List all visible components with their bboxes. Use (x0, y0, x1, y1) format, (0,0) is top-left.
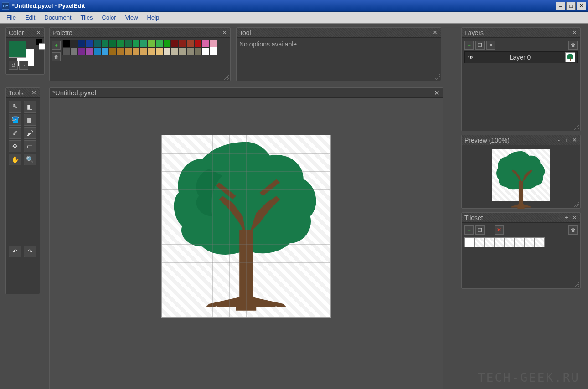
zoom-in-button[interactable]: + (563, 137, 570, 143)
palette-color[interactable] (194, 40, 202, 47)
palette-color[interactable] (148, 47, 155, 55)
delete-layer-button[interactable]: 🗑 (568, 41, 578, 50)
palette-color[interactable] (70, 40, 78, 47)
palette-color[interactable] (132, 47, 140, 55)
close-icon[interactable]: ✕ (432, 30, 438, 36)
menu-tiles[interactable]: Tiles (77, 13, 97, 22)
move-tool[interactable]: ✥ (9, 140, 21, 152)
hand-tool[interactable]: ✋ (9, 154, 21, 165)
palette-color[interactable] (155, 47, 163, 55)
add-color-button[interactable]: ＋ (52, 41, 61, 50)
palette-color[interactable] (202, 40, 210, 47)
palette-color[interactable] (179, 40, 186, 47)
close-icon[interactable]: ✕ (571, 137, 578, 143)
palette-color[interactable] (101, 47, 109, 55)
brush-tool[interactable]: 🖌 (24, 127, 36, 139)
add-tile-button[interactable]: ＋ (464, 225, 474, 235)
palette-color[interactable] (93, 40, 101, 47)
resize-grip[interactable] (574, 124, 579, 130)
palette-color[interactable] (62, 40, 70, 47)
tile-cell[interactable] (495, 237, 505, 247)
zoom-tool[interactable]: 🔍 (24, 154, 36, 165)
menu-file[interactable]: File (3, 13, 20, 22)
palette-color[interactable] (78, 40, 86, 47)
tile-cell[interactable] (475, 237, 485, 247)
close-icon[interactable]: ✕ (35, 30, 41, 36)
palette-color[interactable] (117, 40, 124, 47)
resize-grip[interactable] (434, 74, 440, 80)
swap-colors-button[interactable]: ↺ (9, 61, 18, 70)
clear-tile-button[interactable]: ✕ (495, 225, 504, 235)
undo-button[interactable]: ↶ (9, 246, 21, 257)
menu-view[interactable]: View (122, 13, 142, 22)
palette-color[interactable] (86, 47, 93, 55)
canvas[interactable] (162, 135, 330, 317)
tile-cell[interactable] (505, 237, 515, 247)
pencil-tool[interactable]: ✎ (9, 101, 21, 113)
palette-color[interactable] (124, 40, 132, 47)
menu-help[interactable]: Help (144, 13, 163, 22)
palette-color[interactable] (194, 47, 202, 55)
palette-color[interactable] (140, 47, 148, 55)
menu-document[interactable]: Document (41, 13, 75, 22)
close-icon[interactable]: ✕ (31, 90, 37, 96)
tile-cell[interactable] (535, 237, 545, 247)
tile-place-tool[interactable]: ▭ (24, 140, 36, 152)
zoom-out-button[interactable]: - (556, 215, 562, 221)
palette-color[interactable] (117, 47, 124, 55)
palette-color[interactable] (93, 47, 101, 55)
delete-tile-button[interactable]: 🗑 (568, 225, 578, 235)
fill-tool[interactable]: 🪣 (9, 114, 21, 126)
eyedropper-tool[interactable]: ✐ (9, 127, 21, 139)
resize-grip[interactable] (224, 74, 229, 80)
redo-button[interactable]: ↷ (24, 246, 36, 257)
menu-color[interactable]: Color (98, 13, 120, 22)
merge-layer-button[interactable]: ≡ (486, 41, 495, 50)
default-white-swatch[interactable] (39, 43, 45, 50)
palette-color[interactable] (179, 47, 186, 55)
palette-color[interactable] (78, 47, 86, 55)
minimize-button[interactable]: – (556, 2, 565, 10)
palette-color[interactable] (163, 40, 171, 47)
menu-edit[interactable]: Edit (21, 13, 39, 22)
palette-color[interactable] (171, 47, 179, 55)
reset-colors-button[interactable]: ▫ (19, 61, 28, 70)
add-layer-button[interactable]: ＋ (464, 41, 474, 50)
palette-color[interactable] (132, 40, 140, 47)
palette-color[interactable] (148, 40, 155, 47)
palette-color[interactable] (163, 47, 171, 55)
layer-item[interactable]: 👁 Layer 0 (464, 51, 578, 63)
tile-cell[interactable] (464, 237, 475, 247)
tile-cell[interactable] (485, 237, 495, 247)
foreground-color-swatch[interactable] (9, 41, 26, 58)
duplicate-tile-button[interactable]: ❐ (475, 225, 485, 235)
close-button[interactable]: ✕ (577, 2, 586, 10)
palette-color[interactable] (109, 40, 117, 47)
palette-color[interactable] (210, 47, 217, 55)
palette-color[interactable] (140, 40, 148, 47)
palette-color[interactable] (171, 40, 179, 47)
close-icon[interactable]: ✕ (434, 89, 440, 97)
palette-color[interactable] (70, 47, 78, 55)
resize-grip[interactable] (574, 202, 579, 207)
canvas-viewport[interactable] (50, 98, 443, 389)
tile-cell[interactable] (525, 237, 535, 247)
palette-color[interactable] (86, 40, 93, 47)
palette-color[interactable] (186, 47, 194, 55)
palette-color[interactable] (155, 40, 163, 47)
close-icon[interactable]: ✕ (571, 215, 578, 221)
delete-color-button[interactable]: 🗑 (52, 52, 61, 61)
palette-color[interactable] (109, 47, 117, 55)
palette-color[interactable] (202, 47, 210, 55)
visibility-icon[interactable]: 👁 (467, 54, 475, 61)
zoom-out-button[interactable]: - (556, 137, 562, 143)
close-icon[interactable]: ✕ (221, 30, 227, 36)
palette-color[interactable] (210, 40, 217, 47)
duplicate-layer-button[interactable]: ❐ (475, 41, 485, 50)
select-tool[interactable]: ▦ (24, 114, 36, 126)
resize-grip[interactable] (574, 282, 579, 287)
palette-color[interactable] (101, 40, 109, 47)
close-icon[interactable]: ✕ (571, 30, 578, 36)
maximize-button[interactable]: □ (566, 2, 576, 10)
tile-cell[interactable] (515, 237, 525, 247)
